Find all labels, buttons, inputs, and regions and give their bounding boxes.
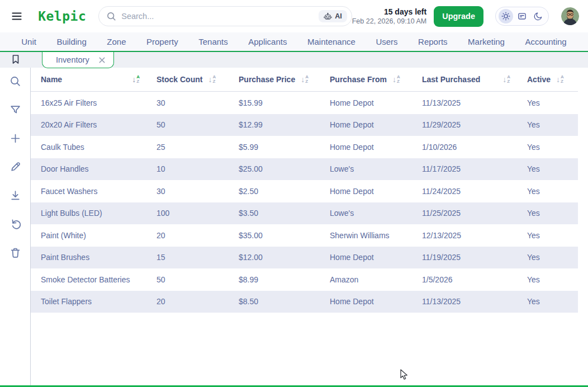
cell-stock-count: 15: [157, 253, 239, 262]
app-logo[interactable]: Kelpic: [38, 9, 86, 23]
table-row[interactable]: Paint Brushes15$12.00Home Depot11/19/202…: [31, 247, 578, 269]
column-header-stock-count[interactable]: Stock Count↓AZ: [157, 75, 239, 84]
nav-item-maintenance[interactable]: Maintenance: [307, 37, 355, 46]
robot-icon: [324, 13, 332, 20]
nav-item-property[interactable]: Property: [146, 37, 178, 46]
column-label: Last Purchased: [422, 75, 480, 84]
delete-icon[interactable]: [10, 247, 21, 258]
trial-days-left: 15 days left: [352, 7, 426, 16]
cell-purchase-from: Home Depot: [330, 143, 422, 152]
cell-name: Faucet Washers: [31, 187, 157, 196]
nav-item-unit[interactable]: Unit: [21, 37, 36, 46]
system-theme-button[interactable]: [515, 9, 529, 23]
sort-icon: ↓AZ: [502, 75, 510, 84]
nav-item-building[interactable]: Building: [56, 37, 86, 46]
ai-assistant-button[interactable]: AI: [319, 10, 347, 22]
cell-stock-count: 20: [157, 231, 239, 240]
column-header-purchase-price[interactable]: Purchase Price↓AZ: [239, 75, 330, 84]
inventory-table: Name↓AZStock Count↓AZPurchase Price↓AZPu…: [31, 68, 578, 387]
table-row[interactable]: Caulk Tubes25$5.99Home Depot1/10/2026Yes: [31, 136, 578, 158]
cell-last-purchased: 11/29/2025: [422, 120, 527, 129]
tab-inventory[interactable]: Inventory: [42, 52, 114, 68]
column-header-active[interactable]: Active↓AZ: [527, 75, 578, 84]
app-window: Kelpic AI 15 days left Feb 22, 2026, 09:…: [0, 0, 588, 387]
cell-purchase-price: $5.99: [239, 143, 330, 152]
main-content: Name↓AZStock Count↓AZPurchase Price↓AZPu…: [0, 68, 588, 387]
undo-icon[interactable]: [10, 218, 21, 230]
nav-item-reports[interactable]: Reports: [418, 37, 448, 46]
hamburger-menu-icon[interactable]: [9, 8, 25, 25]
cell-purchase-from: Home Depot: [330, 297, 422, 306]
cell-purchase-price: $12.00: [239, 253, 330, 262]
cell-name: Paint (White): [31, 231, 157, 240]
filter-icon[interactable]: [10, 104, 21, 116]
cell-stock-count: 30: [157, 98, 239, 107]
column-header-name[interactable]: Name↓AZ: [31, 75, 157, 84]
download-icon[interactable]: [10, 190, 21, 201]
cell-purchase-from: Amazon: [330, 275, 422, 284]
search-input[interactable]: [121, 12, 314, 21]
table-row[interactable]: Light Bulbs (LED)100$3.50Lowe's11/25/202…: [31, 202, 578, 225]
table-row[interactable]: Smoke Detector Batteries50$8.99Amazon1/5…: [31, 268, 578, 291]
cell-active: Yes: [527, 164, 578, 173]
cell-name: Door Handles: [31, 164, 157, 173]
bookmark-icon[interactable]: [10, 54, 21, 67]
current-datetime: Feb 22, 2026, 09:10 AM: [352, 17, 426, 25]
cell-stock-count: 100: [157, 209, 239, 218]
cell-stock-count: 10: [157, 164, 239, 173]
nav-item-marketing[interactable]: Marketing: [468, 37, 505, 46]
add-icon[interactable]: [10, 133, 21, 144]
main-nav: UnitBuildingZonePropertyTenantsApplicant…: [0, 32, 588, 51]
table-row[interactable]: Paint (White)20$35.00Sherwin Williams12/…: [31, 224, 578, 247]
dark-theme-button[interactable]: [531, 9, 546, 23]
upgrade-button[interactable]: Upgrade: [434, 6, 483, 27]
cell-active: Yes: [527, 98, 578, 107]
trial-info: 15 days left Feb 22, 2026, 09:10 AM: [352, 7, 426, 25]
cell-purchase-price: $35.00: [239, 231, 330, 240]
cell-purchase-price: $8.99: [239, 275, 330, 284]
cell-last-purchased: 11/13/2025: [422, 297, 527, 306]
column-header-purchase-from[interactable]: Purchase From↓AZ: [330, 75, 422, 84]
cell-purchase-from: Lowe's: [330, 209, 422, 218]
column-header-last-purchased[interactable]: Last Purchased↓AZ: [422, 75, 527, 84]
cell-purchase-price: $12.99: [239, 120, 330, 129]
cell-last-purchased: 11/13/2025: [422, 98, 527, 107]
nav-item-users[interactable]: Users: [376, 37, 397, 46]
top-bar: Kelpic AI 15 days left Feb 22, 2026, 09:…: [0, 0, 588, 32]
nav-item-tenants[interactable]: Tenants: [198, 37, 228, 46]
cell-stock-count: 25: [157, 143, 239, 152]
cell-purchase-price: $2.50: [239, 187, 330, 196]
table-row[interactable]: 16x25 Air Filters30$15.99Home Depot11/13…: [31, 92, 578, 114]
cell-name: Paint Brushes: [31, 253, 157, 262]
cell-active: Yes: [527, 120, 578, 129]
window-icon: [517, 11, 527, 21]
column-label: Name: [41, 75, 62, 84]
light-theme-button[interactable]: [499, 9, 513, 23]
cell-active: Yes: [527, 143, 578, 152]
tab-close-icon[interactable]: [98, 56, 106, 64]
edit-icon[interactable]: [10, 161, 21, 173]
tab-label: Inventory: [56, 55, 89, 64]
search-bar[interactable]: AI: [98, 6, 352, 26]
cell-last-purchased: 11/19/2025: [422, 253, 527, 262]
nav-item-applicants[interactable]: Applicants: [248, 37, 287, 46]
cell-purchase-price: $15.99: [239, 98, 330, 107]
column-label: Active: [527, 75, 551, 84]
sort-icon: ↓AZ: [392, 75, 400, 84]
cell-purchase-price: $25.00: [239, 164, 330, 173]
cell-last-purchased: 1/10/2026: [422, 143, 527, 152]
cell-purchase-from: Lowe's: [330, 164, 422, 173]
table-row[interactable]: 20x20 Air Filters50$12.99Home Depot11/29…: [31, 114, 578, 136]
cell-last-purchased: 11/25/2025: [422, 209, 527, 218]
cell-name: 16x25 Air Filters: [31, 98, 157, 107]
cell-active: Yes: [527, 275, 578, 284]
nav-item-accounting[interactable]: Accounting: [525, 37, 566, 46]
search-tool-icon[interactable]: [10, 75, 21, 87]
table-row[interactable]: Faucet Washers30$2.50Home Depot11/24/202…: [31, 180, 578, 202]
nav-item-zone[interactable]: Zone: [107, 37, 126, 46]
sort-icon: ↓AZ: [301, 75, 309, 84]
user-avatar[interactable]: [561, 7, 579, 25]
cell-name: Smoke Detector Batteries: [31, 275, 157, 284]
table-row[interactable]: Door Handles10$25.00Lowe's11/17/2025Yes: [31, 158, 578, 181]
table-row[interactable]: Toilet Flappers20$8.50Home Depot11/13/20…: [31, 291, 578, 313]
